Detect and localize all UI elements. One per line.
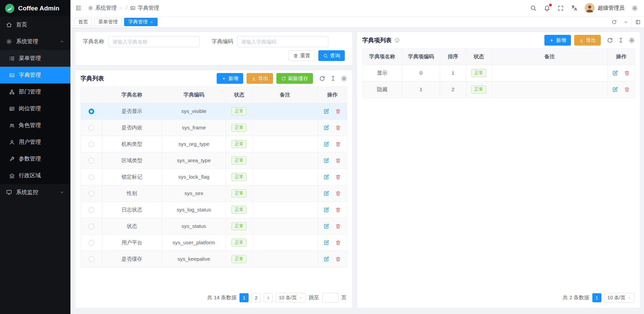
breadcrumb-item-dict[interactable]: 字典管理 (130, 5, 159, 12)
close-icon[interactable] (150, 20, 154, 24)
breadcrumb-item-system[interactable]: 系统管理 (88, 5, 123, 12)
settings-gear-icon[interactable] (632, 5, 638, 11)
refresh-table-icon[interactable] (319, 75, 325, 82)
page-size-select[interactable]: 10 条/页 (604, 293, 634, 303)
delete-icon[interactable] (624, 86, 630, 92)
sidebar-item-dept[interactable]: 部门管理 (0, 83, 70, 100)
table-row[interactable]: 是否内嵌sys_frame正常 (81, 120, 347, 136)
search-icon[interactable] (530, 5, 537, 11)
user-menu[interactable]: 超级管理员 (585, 3, 625, 13)
tab-1[interactable]: 菜单管理 (94, 18, 122, 26)
edit-icon[interactable] (323, 125, 329, 131)
delete-icon[interactable] (335, 256, 341, 262)
edit-icon[interactable] (323, 190, 329, 196)
column-settings-icon[interactable] (618, 37, 624, 43)
column-settings-icon[interactable] (330, 75, 336, 81)
edit-icon[interactable] (612, 70, 618, 76)
row-radio[interactable] (89, 125, 94, 131)
row-radio[interactable] (89, 256, 94, 262)
row-radio[interactable] (89, 224, 94, 229)
app-logo[interactable]: Coffee Admin (0, 0, 70, 16)
page-button-1[interactable]: 1 (592, 293, 601, 302)
delete-icon[interactable] (335, 108, 341, 114)
table-row[interactable]: 机构类型sys_org_type正常 (81, 136, 347, 152)
sidebar-item-dict[interactable]: 字典管理 (0, 67, 70, 83)
jump-page-input[interactable] (322, 293, 338, 303)
collapse-sidebar-icon[interactable] (75, 5, 82, 11)
sidebar-item-param[interactable]: 参数管理 (0, 150, 70, 167)
table-row[interactable]: 用户平台sys_user_platform正常 (81, 235, 347, 251)
translate-icon[interactable] (571, 5, 578, 11)
edit-icon[interactable] (323, 256, 329, 262)
export-dict-button[interactable]: 导出 (247, 73, 273, 84)
sidebar-group-monitor[interactable]: 系统监控 (0, 184, 70, 201)
next-page-button[interactable] (264, 293, 273, 302)
table-row[interactable]: 状态sys_status正常 (81, 218, 347, 235)
row-radio[interactable] (89, 240, 94, 246)
refresh-page-icon[interactable] (608, 16, 620, 27)
delete-icon[interactable] (335, 190, 341, 196)
tab-2[interactable]: 字典管理 (124, 18, 158, 26)
edit-icon[interactable] (612, 86, 618, 92)
refresh-table-icon[interactable] (607, 37, 613, 44)
sidebar-item-user[interactable]: 用户管理 (0, 134, 70, 150)
layout-toggle-icon[interactable] (632, 16, 644, 27)
edit-icon[interactable] (323, 174, 329, 180)
table-row[interactable]: 显示01正常 (363, 65, 635, 81)
page-button-1[interactable]: 1 (239, 293, 249, 302)
add-dict-button[interactable]: 新增 (217, 73, 243, 84)
edit-icon[interactable] (323, 141, 329, 147)
export-dict-item-button[interactable]: 导出 (574, 35, 601, 46)
delete-icon[interactable] (335, 141, 341, 147)
dict-name-input[interactable] (108, 36, 200, 47)
delete-icon[interactable] (335, 158, 341, 164)
edit-icon[interactable] (323, 223, 329, 229)
delete-icon[interactable] (335, 207, 341, 213)
row-radio[interactable] (89, 207, 94, 213)
table-row[interactable]: 日志状态sys_log_status正常 (81, 202, 347, 218)
edit-icon[interactable] (323, 158, 329, 164)
sidebar-item-home[interactable]: 首页 (0, 16, 70, 33)
delete-icon[interactable] (335, 125, 341, 131)
page-size-select[interactable]: 10 条/页 (276, 293, 306, 303)
table-settings-gear-icon[interactable] (629, 37, 635, 44)
column-header: 字典名称 (102, 87, 162, 103)
table-row[interactable]: 是否显示sys_visible正常 (81, 103, 347, 120)
table-row[interactable]: 隐藏12正常 (363, 81, 635, 98)
download-icon (251, 76, 256, 81)
table-row[interactable]: 区域类型sys_area_type正常 (81, 152, 347, 169)
add-dict-item-button[interactable]: 新增 (544, 35, 571, 46)
table-settings-gear-icon[interactable] (341, 75, 347, 82)
table-row[interactable]: 锁定标记sys_lock_flag正常 (81, 169, 347, 185)
row-radio[interactable] (89, 158, 94, 164)
query-button[interactable]: 查询 (318, 50, 345, 61)
sidebar-item-region[interactable]: 行政区域 (0, 167, 70, 184)
row-radio[interactable] (89, 109, 94, 114)
delete-icon[interactable] (335, 174, 341, 180)
delete-icon[interactable] (624, 70, 630, 76)
page-button-2[interactable]: 2 (252, 293, 261, 302)
tab-0[interactable]: 首页 (74, 18, 92, 26)
row-radio[interactable] (89, 174, 94, 180)
edit-icon[interactable] (323, 240, 329, 246)
delete-icon[interactable] (335, 223, 341, 229)
sidebar-item-role[interactable]: 角色管理 (0, 117, 70, 134)
table-row[interactable]: 性别sys_sex正常 (81, 185, 347, 202)
sidebar-item-post[interactable]: 岗位管理 (0, 100, 70, 117)
row-radio[interactable] (89, 191, 94, 196)
reset-button[interactable]: 重置 (288, 50, 315, 61)
fullscreen-icon[interactable] (557, 5, 564, 11)
table-row[interactable]: 是否缓存sys_keepalive正常 (81, 251, 347, 267)
dict-code-input[interactable] (237, 36, 328, 47)
notifications-bell-icon[interactable] (544, 5, 550, 11)
sidebar-group-system[interactable]: 系统管理 (0, 33, 70, 50)
row-radio[interactable] (89, 141, 94, 147)
sidebar-item-label: 用户管理 (19, 138, 41, 146)
tab-actions-dropdown-icon[interactable] (620, 16, 632, 27)
edit-icon[interactable] (323, 108, 329, 114)
remark-cell (492, 65, 607, 81)
edit-icon[interactable] (323, 207, 329, 213)
sidebar-item-menu[interactable]: 菜单管理 (0, 50, 70, 67)
refresh-cache-button[interactable]: 刷新缓存 (276, 73, 313, 84)
delete-icon[interactable] (335, 240, 341, 246)
